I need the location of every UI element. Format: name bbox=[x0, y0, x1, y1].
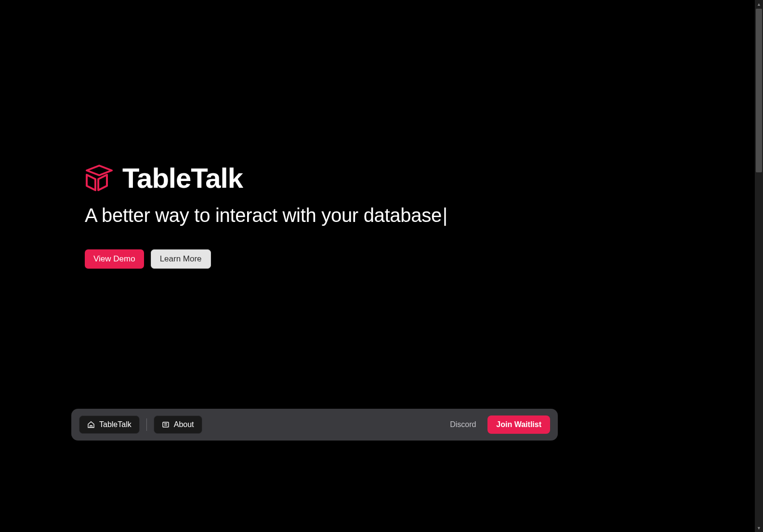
tagline-text: A better way to interact with your datab… bbox=[85, 205, 442, 226]
nav-item-tabletalk[interactable]: TableTalk bbox=[79, 415, 140, 434]
hero-section: TableTalk A better way to interact with … bbox=[85, 162, 518, 269]
view-demo-button[interactable]: View Demo bbox=[85, 249, 144, 269]
bottom-navigation: TableTalk About Discord Join Waitlist bbox=[71, 409, 558, 441]
typing-cursor: | bbox=[443, 205, 447, 226]
brand-name: TableTalk bbox=[122, 162, 243, 194]
logo-row: TableTalk bbox=[85, 162, 518, 194]
nav-item-label: About bbox=[174, 420, 194, 429]
nav-divider bbox=[146, 418, 147, 431]
discord-link[interactable]: Discord bbox=[450, 420, 476, 429]
scrollbar-thumb[interactable] bbox=[756, 9, 762, 172]
home-icon bbox=[87, 421, 95, 428]
learn-more-button[interactable]: Learn More bbox=[151, 249, 211, 269]
news-icon bbox=[162, 421, 170, 428]
scrollbar-down-arrow-icon[interactable]: ▼ bbox=[755, 524, 763, 532]
nav-right-group: Discord Join Waitlist bbox=[450, 415, 550, 434]
nav-item-label: TableTalk bbox=[99, 420, 132, 429]
brand-logo-icon bbox=[85, 165, 114, 192]
hero-tagline: A better way to interact with your datab… bbox=[85, 205, 518, 226]
scrollbar-up-arrow-icon[interactable]: ▲ bbox=[755, 0, 763, 8]
svg-rect-0 bbox=[163, 422, 169, 427]
nav-left-group: TableTalk About bbox=[79, 415, 202, 434]
join-waitlist-button[interactable]: Join Waitlist bbox=[487, 415, 550, 434]
scrollbar[interactable]: ▲ ▼ bbox=[755, 0, 763, 532]
cta-row: View Demo Learn More bbox=[85, 249, 518, 269]
nav-item-about[interactable]: About bbox=[154, 415, 202, 434]
